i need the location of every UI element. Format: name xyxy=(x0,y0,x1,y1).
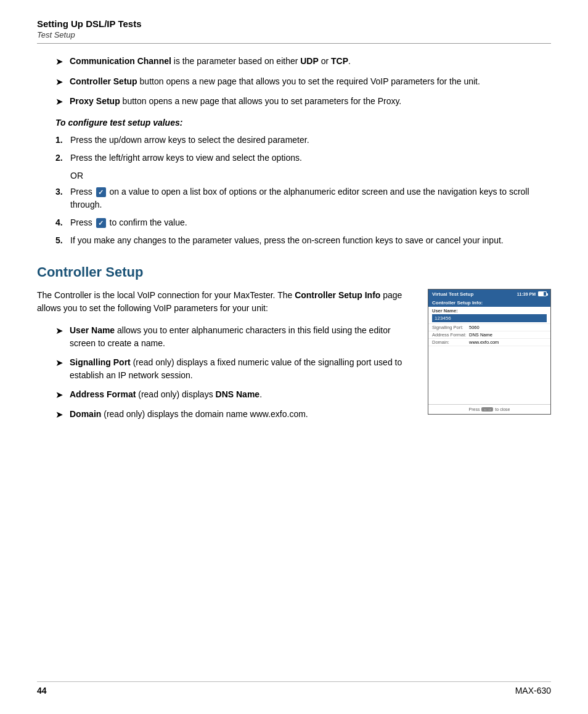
controller-bullets: ➤ User Name allows you to enter alphanum… xyxy=(55,324,415,422)
step-3-after: on a value to open a list box of options… xyxy=(70,187,529,209)
step-3-before: Press xyxy=(70,187,95,197)
step-4: 4. Press to confirm the value. xyxy=(55,216,551,229)
controller-text-block: The Controller is the local VoIP connect… xyxy=(37,289,415,428)
step-1-num: 1. xyxy=(55,134,70,147)
controller-signalling-text: Signalling Port (read only) displays a f… xyxy=(70,356,415,382)
bullet-proxy-setup: ➤ Proxy Setup button opens a new page th… xyxy=(55,95,551,109)
controller-intro: The Controller is the local VoIP connect… xyxy=(37,290,295,300)
step-2: 2. Press the left/right arrow keys to vi… xyxy=(55,152,551,164)
page-footer: 44 MAX-630 xyxy=(37,681,551,696)
header-title: Setting Up DSL/IP Tests xyxy=(37,18,551,29)
controller-address-text: Address Format (read only) displays DNS … xyxy=(70,388,415,401)
address-label: Address Format xyxy=(70,389,136,399)
controller-domain-text: Domain (read only) displays the domain n… xyxy=(70,408,415,421)
step-5-text: If you make any changes to the parameter… xyxy=(70,234,551,247)
bullet-comm-channel: ➤ Communication Channel is the parameter… xyxy=(55,55,551,69)
controller-layout: The Controller is the local VoIP connect… xyxy=(37,289,551,428)
device-footer-text: Press xyxy=(469,407,480,412)
device-footer-key: ←→ xyxy=(481,407,493,412)
step-5: 5. If you make any changes to the parame… xyxy=(55,234,551,247)
device-spacer xyxy=(428,346,550,402)
step-4-before: Press xyxy=(70,217,95,227)
step-1: 1. Press the up/down arrow keys to selec… xyxy=(55,134,551,147)
checkmark-icon-3 xyxy=(96,187,106,197)
comm-channel-udp: UDP xyxy=(300,56,319,66)
comm-channel-or: or xyxy=(319,56,331,66)
arrow-icon-1: ➤ xyxy=(55,55,63,69)
bullet-comm-channel-text: Communication Channel is the parameter b… xyxy=(70,55,551,68)
step-5-num: 5. xyxy=(55,234,70,247)
device-username-label: User Name: xyxy=(432,308,458,314)
username-label: User Name xyxy=(70,325,115,335)
checkmark-icon-4 xyxy=(96,218,106,228)
comm-channel-label: Communication Channel xyxy=(70,56,171,66)
proxy-setup-text: button opens a new page that allows you … xyxy=(120,96,402,106)
steps-list-cont: 3. Press on a value to open a list box o… xyxy=(55,185,551,247)
controller-setup-text: button opens a new page that allows you … xyxy=(137,76,480,86)
arrow-icon-3: ➤ xyxy=(55,95,63,109)
username-text: allows you to enter alphanumeric charact… xyxy=(70,325,391,348)
domain-label: Domain xyxy=(70,409,101,419)
device-row-address-value: DNS Name xyxy=(469,332,547,338)
device-row-domain-label: Domain: xyxy=(432,339,469,345)
arrow-icon-c4: ➤ xyxy=(55,408,63,422)
footer-page-num: 44 xyxy=(37,686,47,696)
step-2-text: Press the left/right arrow keys to view … xyxy=(70,152,551,164)
page-container: Setting Up DSL/IP Tests Test Setup ➤ Com… xyxy=(0,0,588,714)
device-row-signalling-value: 5060 xyxy=(469,325,547,330)
page-header: Setting Up DSL/IP Tests Test Setup xyxy=(37,18,551,44)
device-topbar: Virtual Test Setup 11:39 PM xyxy=(428,290,550,299)
device-footer-suffix: to close xyxy=(495,407,510,412)
proxy-setup-label: Proxy Setup xyxy=(70,96,120,106)
domain-text: (read only) displays the domain name www… xyxy=(101,409,308,419)
device-section-header: Controller Setup Info: xyxy=(428,299,550,307)
device-username-row: User Name: 123456 xyxy=(428,307,550,324)
controller-username-text: User Name allows you to enter alphanumer… xyxy=(70,324,415,350)
controller-bullet-signalling: ➤ Signalling Port (read only) displays a… xyxy=(55,356,415,382)
device-row-address: Address Format: DNS Name xyxy=(428,331,550,339)
header-divider xyxy=(37,43,551,44)
controller-intro-bold: Controller Setup Info xyxy=(295,290,380,300)
device-screen: Virtual Test Setup 11:39 PM Controller S… xyxy=(428,289,551,415)
device-footer: Press ←→ to close xyxy=(428,404,550,414)
step-3: 3. Press on a value to open a list box o… xyxy=(55,185,551,211)
controller-intro-para: The Controller is the local VoIP connect… xyxy=(37,289,415,315)
device-row-domain-value: www.exfo.com xyxy=(469,339,547,345)
bullet-controller-setup: ➤ Controller Setup button opens a new pa… xyxy=(55,75,551,89)
battery-fill xyxy=(539,292,544,296)
header-subtitle: Test Setup xyxy=(37,30,551,39)
step-1-text: Press the up/down arrow keys to select t… xyxy=(70,134,551,147)
bullet-proxy-setup-text: Proxy Setup button opens a new page that… xyxy=(70,95,551,108)
step-4-num: 4. xyxy=(55,216,70,229)
device-row-signalling-label: Signalling Port: xyxy=(432,325,469,330)
controller-section-title: Controller Setup xyxy=(37,264,551,280)
controller-setup-label: Controller Setup xyxy=(70,76,137,86)
step-3-text: Press on a value to open a list box of o… xyxy=(70,185,551,211)
signalling-label: Signalling Port xyxy=(70,357,131,367)
device-row-address-label: Address Format: xyxy=(432,332,469,338)
device-username-value: 123456 xyxy=(432,314,547,322)
arrow-icon-2: ➤ xyxy=(55,75,63,89)
device-time: 11:39 PM xyxy=(517,292,536,296)
address-dns: DNS Name xyxy=(216,389,260,399)
battery-icon xyxy=(538,291,547,296)
device-screenshot: Virtual Test Setup 11:39 PM Controller S… xyxy=(428,289,551,415)
footer-model: MAX-630 xyxy=(515,686,551,696)
steps-list: 1. Press the up/down arrow keys to selec… xyxy=(55,134,551,164)
step-3-num: 3. xyxy=(55,185,70,198)
bullet-controller-setup-text: Controller Setup button opens a new page… xyxy=(70,75,551,88)
controller-bullet-address: ➤ Address Format (read only) displays DN… xyxy=(55,388,415,402)
step-4-text: Press to confirm the value. xyxy=(70,216,551,229)
comm-channel-tcp: TCP xyxy=(331,56,348,66)
device-row-domain: Domain: www.exfo.com xyxy=(428,339,550,346)
arrow-icon-c2: ➤ xyxy=(55,356,63,370)
arrow-icon-c3: ➤ xyxy=(55,388,63,402)
or-label: OR xyxy=(70,171,551,181)
config-heading: To configure test setup values: xyxy=(55,118,551,128)
device-topbar-title: Virtual Test Setup xyxy=(432,291,473,297)
address-text: (read only) displays xyxy=(136,389,215,399)
intro-bullet-list: ➤ Communication Channel is the parameter… xyxy=(55,55,551,109)
step-2-num: 2. xyxy=(55,152,70,164)
device-topbar-icons: 11:39 PM xyxy=(517,291,547,296)
controller-bullet-domain: ➤ Domain (read only) displays the domain… xyxy=(55,408,415,422)
